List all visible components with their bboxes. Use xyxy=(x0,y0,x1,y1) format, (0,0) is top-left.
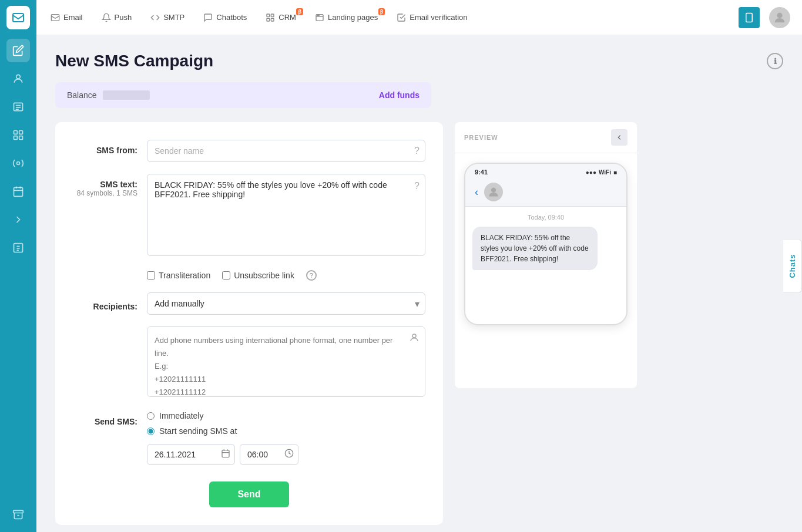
preview-label: PREVIEW xyxy=(464,134,498,141)
send-button[interactable]: Send xyxy=(209,482,288,507)
chats-tab[interactable]: Chats xyxy=(783,239,802,292)
sms-from-help-icon[interactable]: ? xyxy=(414,146,420,156)
recipients-label: Recipients: xyxy=(73,296,137,311)
phone-time: 9:41 xyxy=(475,169,488,176)
sidebar-item-compose[interactable] xyxy=(6,39,30,62)
immediately-option[interactable]: Immediately xyxy=(147,411,298,420)
chat-message-bubble: BLACK FRIDAY: 55% off the styles you lov… xyxy=(472,227,598,270)
preview-header: PREVIEW xyxy=(455,122,637,153)
sidebar-item-contacts[interactable] xyxy=(6,67,30,90)
sidebar xyxy=(0,0,36,532)
sms-text-help-icon[interactable]: ? xyxy=(414,181,420,191)
nav-chatbots[interactable]: Chatbots xyxy=(201,9,249,26)
clock-icon[interactable] xyxy=(284,449,294,460)
nav-crm[interactable]: CRM β xyxy=(263,9,298,26)
nav-email[interactable]: Email xyxy=(48,9,85,26)
checkboxes-row: Transliteration Unsubscribe link ? xyxy=(147,270,425,281)
unsubscribe-input[interactable] xyxy=(222,271,230,280)
sidebar-logo[interactable] xyxy=(6,6,30,29)
nav-email-verification[interactable]: Email verification xyxy=(394,9,469,26)
phone-numbers-textarea[interactable] xyxy=(147,326,425,397)
user-avatar[interactable] xyxy=(769,7,790,28)
balance-bar: Balance Add funds xyxy=(55,82,431,108)
sms-text-textarea[interactable]: BLACK FRIDAY: 55% off the styles you lov… xyxy=(147,174,425,256)
calendar-icon[interactable] xyxy=(221,449,230,460)
sidebar-item-archive[interactable] xyxy=(6,503,30,526)
svg-rect-24 xyxy=(267,18,270,21)
svg-rect-6 xyxy=(14,131,18,134)
date-input-wrap xyxy=(147,444,235,465)
sms-from-field-wrap: ? xyxy=(147,140,425,162)
time-input-wrap xyxy=(240,444,298,465)
add-funds-link[interactable]: Add funds xyxy=(379,90,420,100)
sidebar-item-automation[interactable] xyxy=(6,151,30,175)
preview-panel: PREVIEW 9:41 ●●● WiFi ■ xyxy=(455,122,637,388)
svg-rect-19 xyxy=(14,510,24,513)
page-info-icon[interactable]: ℹ xyxy=(767,53,783,69)
send-button-row: Send xyxy=(73,482,425,507)
form-preview-container: SMS from: ? SMS text: 84 symbols, 1 SMS … xyxy=(55,122,783,525)
nav-right-area xyxy=(739,7,790,28)
sidebar-item-lists[interactable] xyxy=(6,95,30,119)
transliteration-input[interactable] xyxy=(147,271,155,280)
svg-point-32 xyxy=(777,12,782,18)
phone-frame: 9:41 ●●● WiFi ■ ‹ xyxy=(464,163,627,325)
top-navigation: Email Push SMTP Chatbots CRM β Landing p… xyxy=(36,0,802,35)
sms-text-label: SMS text: 84 symbols, 1 SMS xyxy=(73,174,137,197)
svg-rect-7 xyxy=(19,131,23,134)
phone-contact-avatar xyxy=(484,183,503,201)
phone-header: ‹ xyxy=(465,178,626,207)
page-title-row: New SMS Campaign ℹ xyxy=(55,52,783,70)
svg-point-29 xyxy=(318,15,319,15)
checkboxes-help-icon[interactable]: ? xyxy=(306,270,317,281)
sidebar-item-campaigns[interactable] xyxy=(6,123,30,147)
sms-from-input[interactable] xyxy=(147,140,425,162)
recipients-row: Recipients: Add manually From contact li… xyxy=(73,292,425,315)
nav-landing-pages[interactable]: Landing pages β xyxy=(313,9,380,26)
date-time-row xyxy=(147,444,298,465)
sidebar-item-reports[interactable] xyxy=(6,236,30,260)
immediately-radio[interactable] xyxy=(147,412,155,420)
sms-symbols-count: 84 symbols, 1 SMS xyxy=(73,189,137,197)
page-content: New SMS Campaign ℹ Balance Add funds SMS… xyxy=(36,35,802,532)
crm-beta-badge: β xyxy=(296,8,303,15)
sms-from-row: SMS from: ? xyxy=(73,140,425,162)
sms-from-label: SMS from: xyxy=(73,140,137,155)
preview-toggle-btn[interactable] xyxy=(611,129,627,146)
svg-rect-11 xyxy=(14,187,23,196)
sms-text-field-wrap: BLACK FRIDAY: 55% off the styles you lov… xyxy=(147,174,425,258)
svg-rect-22 xyxy=(267,14,270,17)
send-sms-label: Send SMS: xyxy=(73,411,137,426)
page-title: New SMS Campaign xyxy=(55,52,213,70)
svg-rect-0 xyxy=(13,14,24,22)
sidebar-expand-btn[interactable] xyxy=(6,208,30,231)
schedule-option[interactable]: Start sending SMS at xyxy=(147,426,298,436)
sidebar-item-calendar[interactable] xyxy=(6,180,30,203)
svg-rect-9 xyxy=(19,136,23,140)
sms-text-row: SMS text: 84 symbols, 1 SMS BLACK FRIDAY… xyxy=(73,174,425,258)
svg-point-28 xyxy=(317,15,318,15)
phone-contact-icon[interactable] xyxy=(409,332,420,345)
main-area: Email Push SMTP Chatbots CRM β Landing p… xyxy=(36,0,802,532)
send-options: Immediately Start sending SMS at xyxy=(147,411,298,465)
svg-rect-30 xyxy=(746,13,753,22)
balance-value-blurred xyxy=(103,90,150,100)
send-sms-row: Send SMS: Immediately Start sending SMS … xyxy=(73,411,425,465)
campaign-form: SMS from: ? SMS text: 84 symbols, 1 SMS … xyxy=(55,122,443,525)
svg-point-39 xyxy=(491,188,496,193)
phone-numbers-area xyxy=(147,326,425,399)
phone-chat-area: Today, 09:40 BLACK FRIDAY: 55% off the s… xyxy=(465,207,626,324)
landing-beta-badge: β xyxy=(378,8,385,15)
unsubscribe-checkbox[interactable]: Unsubscribe link xyxy=(222,271,294,280)
transliteration-checkbox[interactable]: Transliteration xyxy=(147,271,210,280)
recipients-select-wrap: Add manually From contact list From segm… xyxy=(147,292,425,315)
recipients-select[interactable]: Add manually From contact list From segm… xyxy=(147,292,425,315)
svg-rect-23 xyxy=(271,14,274,17)
nav-smtp[interactable]: SMTP xyxy=(148,9,187,26)
nav-push[interactable]: Push xyxy=(99,9,135,26)
phone-signal-icons: ●●● WiFi ■ xyxy=(586,169,617,176)
phone-mockup: 9:41 ●●● WiFi ■ ‹ xyxy=(455,153,637,388)
mobile-icon-btn[interactable] xyxy=(739,7,760,28)
phone-back-icon[interactable]: ‹ xyxy=(475,186,478,198)
schedule-radio[interactable] xyxy=(147,427,155,435)
